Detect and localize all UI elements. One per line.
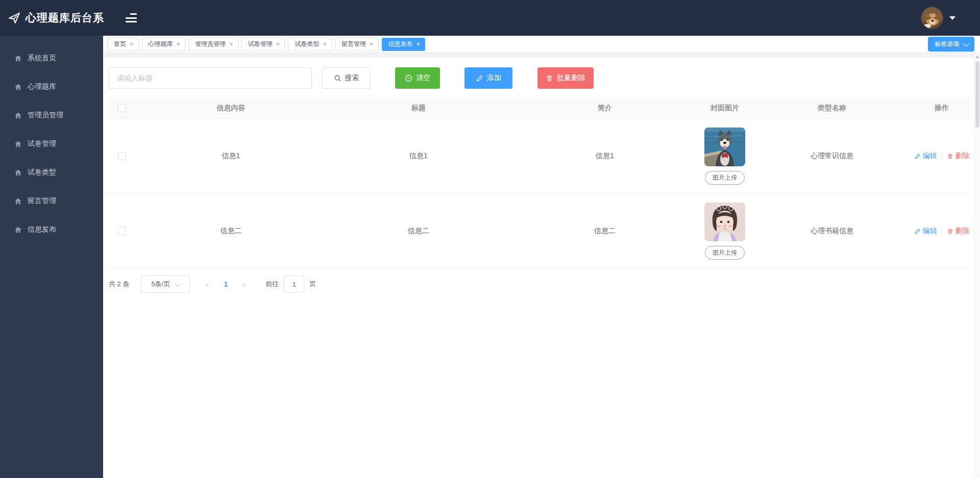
tab-label: 信息发布 [388, 40, 413, 48]
image-upload-button[interactable]: 图片上传 [705, 171, 745, 185]
delete-link-label: 删除 [955, 152, 970, 161]
page-size-select[interactable]: 5条/页 [141, 275, 190, 293]
puppy-avatar-image [921, 7, 943, 29]
sidebar-item-info-publish[interactable]: 信息发布 [0, 215, 103, 244]
tab-info-publish-active[interactable]: 信息发布 × [382, 38, 426, 51]
row-checkbox[interactable] [118, 227, 126, 235]
table-header-row: 信息内容 标题 简介 封面图片 类型名称 操作 [109, 97, 970, 119]
tab-label: 管理员管理 [195, 40, 226, 48]
cell-cover: 图片上传 [699, 128, 750, 185]
home-icon [14, 226, 22, 234]
user-avatar[interactable] [921, 7, 943, 29]
page-size-label: 5条/页 [152, 280, 170, 289]
home-icon [14, 169, 22, 177]
action-divider [942, 228, 942, 235]
column-header-content: 信息内容 [135, 104, 327, 113]
tab-message-management[interactable]: 留言管理 × [335, 38, 379, 51]
close-icon[interactable]: × [416, 41, 421, 47]
cell-title: 信息1 [327, 152, 510, 161]
row-checkbox[interactable] [118, 152, 126, 160]
sidebar-item-label: 留言管理 [28, 196, 56, 206]
search-input[interactable] [109, 67, 312, 89]
home-icon [14, 197, 22, 205]
vertical-scrollbar[interactable] [974, 53, 980, 478]
column-header-cover: 封面图片 [699, 104, 750, 113]
cover-image-husky-dog [704, 128, 745, 166]
delete-link[interactable]: 删除 [947, 152, 970, 161]
tabbar-divider [103, 53, 980, 58]
sidebar-item-label: 信息发布 [28, 225, 56, 234]
trash-icon [947, 228, 953, 235]
cell-actions: 编辑 删除 [914, 227, 970, 236]
sidebar-item-home[interactable]: 系统首页 [0, 44, 103, 72]
sidebar-menu: 系统首页 心理题库 管理员管理 试卷管理 试卷类型 留言管理 信息发布 [0, 36, 103, 244]
topbar: 心理题库后台系 [0, 0, 980, 36]
tab-label: 试卷管理 [248, 40, 273, 48]
clear-button-label: 清空 [416, 73, 430, 83]
add-button-label: 添加 [487, 73, 501, 83]
edit-link-label: 编辑 [923, 227, 937, 236]
close-icon[interactable]: × [370, 41, 374, 47]
next-page-button[interactable]: › [241, 280, 247, 289]
column-header-actions: 操作 [914, 104, 970, 113]
close-icon[interactable]: × [177, 41, 181, 47]
send-plane-icon [7, 11, 21, 25]
image-upload-button[interactable]: 图片上传 [705, 246, 745, 260]
edit-pen-icon [914, 228, 921, 235]
tab-question-bank[interactable]: 心理题库 × [142, 38, 186, 51]
tab-label: 首页 [114, 40, 126, 48]
cell-actions: 编辑 删除 [914, 152, 970, 161]
cell-intro: 信息二 [510, 227, 699, 236]
tab-label: 心理题库 [149, 40, 173, 48]
home-icon [14, 112, 22, 119]
tab-paper-type[interactable]: 试卷类型 × [288, 38, 332, 51]
cell-content: 信息二 [135, 227, 327, 236]
toolbar: 搜索 清空 添加 批量删除 [109, 67, 980, 89]
add-button[interactable]: 添加 [464, 67, 512, 89]
goto-page-input[interactable] [284, 275, 304, 293]
close-icon[interactable]: × [276, 41, 280, 47]
trash-icon [947, 153, 953, 160]
chevron-down-icon [175, 280, 182, 287]
cell-intro: 信息1 [510, 152, 699, 161]
goto-suffix-label: 页 [309, 280, 316, 289]
sidebar-item-paper-management[interactable]: 试卷管理 [0, 130, 103, 158]
edit-link[interactable]: 编辑 [914, 227, 937, 236]
minus-circle-icon [405, 74, 412, 82]
clear-button[interactable]: 清空 [395, 67, 440, 89]
goto-page-group: 前往 页 [265, 275, 316, 293]
close-icon[interactable]: × [323, 41, 327, 47]
tab-admin-management[interactable]: 管理员管理 × [188, 38, 238, 51]
sidebar-item-question-bank[interactable]: 心理题库 [0, 72, 103, 101]
tab-paper-management[interactable]: 试卷管理 × [241, 38, 285, 51]
page-number-1[interactable]: 1 [224, 280, 228, 288]
search-button[interactable]: 搜索 [322, 67, 371, 89]
sidebar-item-message-management[interactable]: 留言管理 [0, 187, 103, 215]
edit-link[interactable]: 编辑 [914, 152, 937, 161]
scrollbar-up-arrow-icon[interactable] [975, 55, 979, 58]
sidebar-item-paper-type[interactable]: 试卷类型 [0, 158, 103, 187]
batch-delete-button[interactable]: 批量删除 [537, 67, 594, 89]
close-icon[interactable]: × [130, 41, 134, 47]
cell-type: 心理书籍信息 [750, 227, 914, 236]
pagination: 共 2 条 5条/页 ‹ 1 › 前往 页 [109, 275, 980, 293]
select-all-checkbox[interactable] [118, 104, 126, 112]
tab-home[interactable]: 首页 × [107, 38, 139, 51]
tags-options-button[interactable]: 标签选项 [928, 37, 974, 52]
home-icon [14, 55, 22, 62]
user-menu[interactable] [921, 0, 955, 36]
sidebar-item-label: 心理题库 [28, 82, 56, 91]
chevron-down-icon [963, 40, 970, 47]
app-title: 心理题库后台系 [26, 11, 104, 25]
scrollbar-thumb[interactable] [975, 61, 979, 128]
sidebar-item-label: 系统首页 [28, 54, 56, 63]
cell-title: 信息二 [327, 227, 510, 236]
hamburger-menu-icon[interactable] [126, 13, 137, 22]
delete-link[interactable]: 删除 [947, 227, 970, 236]
column-header-title: 标题 [327, 104, 510, 113]
tags-view-bar: 首页 × 心理题库 × 管理员管理 × 试卷管理 × 试卷类型 × 留言管理 ×… [103, 36, 980, 53]
sidebar-item-admin-management[interactable]: 管理员管理 [0, 101, 103, 130]
prev-page-button[interactable]: ‹ [204, 280, 210, 289]
sidebar-item-label: 试卷类型 [28, 168, 56, 177]
close-icon[interactable]: × [229, 41, 233, 47]
